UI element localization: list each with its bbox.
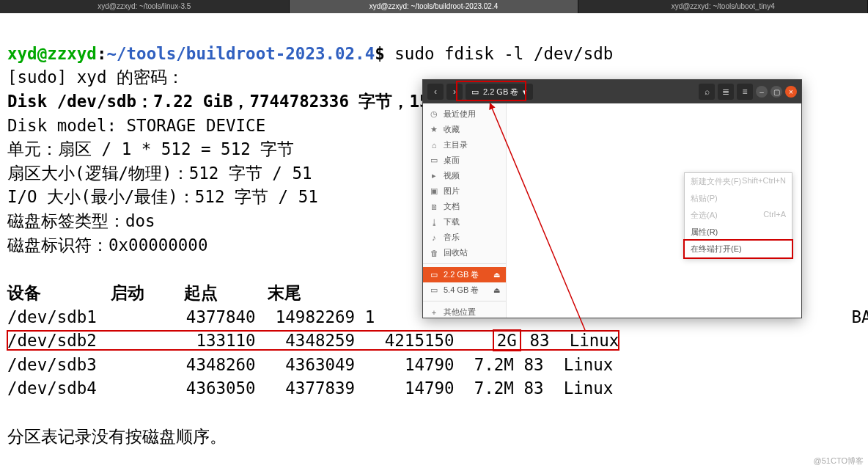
maximize-button[interactable]: ▢ — [770, 86, 782, 98]
sidebar-item-home[interactable]: ⌂主目录 — [423, 137, 506, 153]
video-icon: ▸ — [429, 171, 439, 180]
sidebar-item-documents[interactable]: 🗎文档 — [423, 199, 506, 214]
sidebar-item-videos[interactable]: ▸视频 — [423, 168, 506, 183]
sidebar-item-starred[interactable]: ★收藏 — [423, 122, 506, 137]
sudo-prompt: [sudo] xyd 的密码： — [7, 67, 184, 87]
eject-icon[interactable]: ⏏ — [493, 286, 500, 294]
drive-icon: ▭ — [471, 87, 479, 97]
fm-path-bar[interactable]: ▭ 2.2 GB 卷 ▾ — [466, 84, 533, 100]
fm-sidebar: ◷最近使用 ★收藏 ⌂主目录 ▭桌面 ▸视频 ▣图片 🗎文档 ⭳下载 ♪音乐 🗑… — [423, 103, 507, 318]
sidebar-item-other[interactable]: +其他位置 — [423, 304, 506, 320]
sidebar-item-trash[interactable]: 🗑回收站 — [423, 245, 506, 260]
watermark: @51CTO博客 — [814, 456, 864, 467]
command-text: sudo fdisk -l /dev/sdb — [394, 44, 613, 63]
disk-model: Disk model: STORAGE DEVICE — [7, 116, 265, 135]
sidebar-item-desktop[interactable]: ▭桌面 — [423, 153, 506, 168]
fm-content-area[interactable]: 新建文件夹(F)Shift+Ctrl+N 粘贴(P) 全选(A)Ctrl+A 属… — [507, 103, 801, 318]
fm-titlebar: ‹ › ▭ 2.2 GB 卷 ▾ ⌕ ≣ ≡ – ▢ × — [423, 80, 801, 103]
file-manager-window: ‹ › ▭ 2.2 GB 卷 ▾ ⌕ ≣ ≡ – ▢ × ◷最近使用 ★收藏 ⌂… — [422, 79, 802, 318]
eject-icon[interactable]: ⏏ — [493, 271, 500, 279]
sidebar-item-downloads[interactable]: ⭳下载 — [423, 214, 506, 230]
document-icon: 🗎 — [429, 202, 439, 211]
sidebar-item-vol-5-4gb[interactable]: ▭5.4 GB 卷⏏ — [423, 282, 506, 298]
prompt-dollar: $ — [375, 44, 385, 63]
unit-line: 单元：扇区 / 1 * 512 = 512 字节 — [7, 139, 294, 158]
search-icon: ⌕ — [705, 87, 710, 97]
nav-forward-button[interactable]: › — [446, 84, 463, 100]
picture-icon: ▣ — [429, 186, 439, 196]
home-icon: ⌂ — [429, 141, 439, 150]
view-list-button[interactable]: ≣ — [718, 84, 734, 100]
close-button[interactable]: × — [785, 86, 797, 98]
cm-new-folder[interactable]: 新建文件夹(F)Shift+Ctrl+N — [685, 173, 792, 190]
drive-icon: ▭ — [429, 285, 439, 295]
list-icon: ≣ — [722, 87, 729, 97]
cm-properties[interactable]: 属性(R) — [685, 224, 792, 241]
search-button[interactable]: ⌕ — [699, 84, 715, 100]
menu-icon: ≡ — [742, 87, 747, 97]
table-row: /dev/sdb4 4363050 4377839 14790 7.2M 83 … — [7, 379, 613, 398]
trash-icon: 🗑 — [429, 249, 439, 257]
context-menu: 新建文件夹(F)Shift+Ctrl+N 粘贴(P) 全选(A)Ctrl+A 属… — [684, 172, 792, 258]
clock-icon: ◷ — [429, 109, 439, 119]
cm-open-terminal[interactable]: 在终端打开(E) — [685, 241, 792, 257]
size-highlight: 2G — [494, 331, 520, 350]
table-header: 设备 启动 起点 末尾 — [7, 283, 301, 302]
music-icon: ♪ — [429, 233, 439, 242]
nav-back-button[interactable]: ‹ — [427, 84, 444, 100]
sector-line: 扇区大小(逻辑/物理)：512 字节 / 51 — [7, 164, 312, 183]
terminal-tab-bar: xyd@zzxyd: ~/tools/linux-3.5 xyd@zzxyd: … — [0, 0, 868, 13]
star-icon: ★ — [429, 125, 439, 134]
prompt-user: xyd@zzxyd — [7, 44, 97, 63]
menu-button[interactable]: ≡ — [737, 84, 753, 100]
plus-icon: + — [429, 308, 439, 317]
cm-paste[interactable]: 粘贴(P) — [685, 190, 792, 207]
sidebar-item-recent[interactable]: ◷最近使用 — [423, 106, 506, 122]
label-type: 磁盘标签类型：dos — [7, 211, 155, 230]
prompt-colon: : — [97, 44, 107, 63]
download-icon: ⭳ — [429, 218, 439, 227]
sidebar-item-music[interactable]: ♪音乐 — [423, 230, 506, 245]
table-row: /dev/sdb3 4348260 4363049 14790 7.2M 83 … — [7, 355, 613, 374]
tab-buildroot[interactable]: xyd@zzxyd: ~/tools/buildroot-2023.02.4 — [290, 0, 579, 13]
footer-note: 分区表记录没有按磁盘顺序。 — [7, 427, 227, 446]
io-line: I/O 大小(最小/最佳)：512 字节 / 51 — [7, 187, 318, 206]
cm-select-all[interactable]: 全选(A)Ctrl+A — [685, 207, 792, 224]
table-row-highlighted: /dev/sdb2 133110 4348259 4215150 2G 83 L… — [7, 331, 619, 350]
minimize-button[interactable]: – — [756, 86, 768, 98]
tab-uboot[interactable]: xyd@zzxyd: ~/tools/uboot_tiny4 — [578, 0, 868, 13]
drive-icon: ▭ — [429, 270, 439, 279]
fm-path-label: 2.2 GB 卷 — [483, 87, 518, 98]
sidebar-item-vol-2-2gb[interactable]: ▭2.2 GB 卷⏏ — [423, 267, 506, 282]
desktop-icon: ▭ — [429, 156, 439, 165]
prompt-path: ~/tools/buildroot-2023.02.4 — [106, 44, 375, 63]
disk-id: 磁盘标识符：0x00000000 — [7, 235, 207, 255]
chevron-down-icon: ▾ — [523, 87, 527, 97]
sidebar-item-pictures[interactable]: ▣图片 — [423, 183, 506, 199]
tab-linux[interactable]: xyd@zzxyd: ~/tools/linux-3.5 — [0, 0, 290, 13]
